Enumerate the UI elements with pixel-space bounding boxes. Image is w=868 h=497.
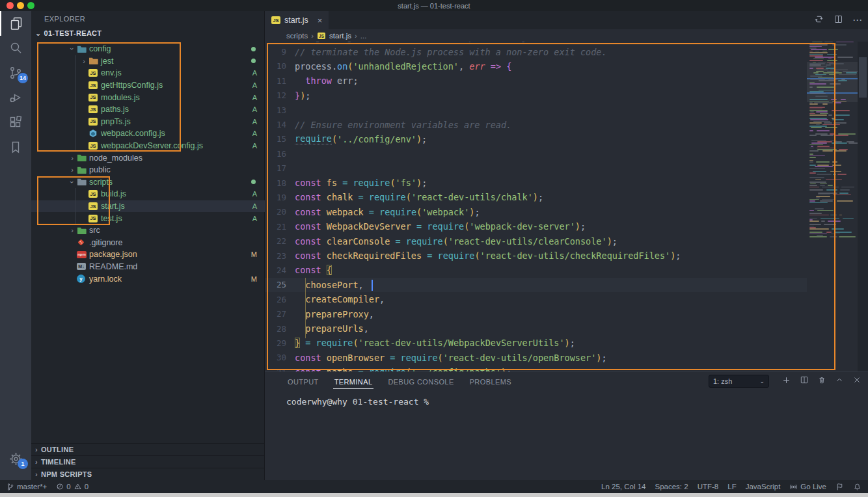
code-line-23[interactable]: 23const checkRequiredFiles = require('re… bbox=[265, 248, 807, 263]
tree-item--gitignore[interactable]: .gitignore bbox=[31, 237, 265, 249]
encoding-status[interactable]: UTF-8 bbox=[698, 483, 719, 490]
code-area[interactable]: 8// ignoring them. In the future, promis… bbox=[265, 30, 807, 371]
tab-start-js[interactable]: JS start.js × bbox=[265, 11, 329, 29]
more-actions-icon[interactable]: ⋯ bbox=[852, 14, 863, 26]
code-line-29[interactable]: 29} = require('react-dev-utils/WebpackDe… bbox=[265, 336, 807, 350]
split-terminal-icon[interactable] bbox=[800, 375, 809, 387]
chevron-right-icon[interactable]: › bbox=[68, 226, 77, 234]
tree-item-webpackdevserver-config-js[interactable]: JSwebpackDevServer.config.jsA bbox=[31, 140, 265, 152]
code-line-22[interactable]: 22const clearConsole = require('react-de… bbox=[265, 234, 807, 248]
project-section-header[interactable]: ⌄01-TEST-REACT bbox=[31, 26, 264, 40]
scrollbar-thumb[interactable] bbox=[859, 57, 867, 98]
settings-gear-icon[interactable]: 1 bbox=[0, 446, 31, 471]
tab-output[interactable]: OUTPUT bbox=[286, 374, 320, 388]
tree-item-gethttpsconfig-js[interactable]: JSgetHttpsConfig.jsA bbox=[31, 79, 265, 92]
tab-terminal[interactable]: TERMINAL bbox=[333, 374, 374, 389]
tree-item-package-json[interactable]: npmpackage.jsonM bbox=[31, 248, 265, 261]
tree-item-build-js[interactable]: JSbuild.jsA bbox=[31, 188, 265, 200]
minimap-line bbox=[810, 119, 828, 120]
tree-item-config[interactable]: ›config bbox=[31, 43, 265, 55]
indentation-status[interactable]: Spaces: 2 bbox=[655, 483, 688, 490]
chevron-right-icon[interactable]: › bbox=[68, 154, 77, 162]
explorer-icon[interactable] bbox=[0, 11, 31, 36]
close-panel-icon[interactable] bbox=[852, 375, 861, 387]
go-live-button[interactable]: Go Live bbox=[789, 483, 826, 491]
tree-item-start-js[interactable]: JSstart.jsA bbox=[31, 200, 265, 213]
git-branch-status[interactable]: master*+ bbox=[7, 483, 47, 491]
minimap[interactable] bbox=[807, 29, 858, 244]
tree-item-public[interactable]: ›public bbox=[31, 164, 265, 176]
chevron-right-icon[interactable]: › bbox=[79, 57, 88, 65]
code-line-18[interactable]: 18const fs = require('fs'); bbox=[265, 176, 807, 190]
breadcrumb-file: start.js bbox=[329, 32, 351, 40]
tree-item-env-js[interactable]: JSenv.jsA bbox=[31, 67, 265, 79]
code-line-28[interactable]: 28 prepareUrls, bbox=[265, 321, 807, 336]
language-mode-status[interactable]: JavaScript bbox=[746, 483, 781, 490]
terminal-prompt[interactable]: coderwhy@why 01-test-react % bbox=[286, 397, 429, 407]
notifications-bell-icon[interactable] bbox=[853, 483, 861, 491]
pane-outline[interactable]: ›OUTLINE bbox=[31, 443, 265, 455]
tree-item-yarn-lock[interactable]: yyarn.lockM bbox=[31, 273, 265, 285]
code-line-9[interactable]: 9// terminate the Node.js process with a… bbox=[265, 44, 807, 59]
code-line-15[interactable]: 15require('../config/env'); bbox=[265, 132, 807, 146]
tab-problems[interactable]: PROBLEMS bbox=[468, 374, 513, 388]
code-line-21[interactable]: 21const WebpackDevServer = require('webp… bbox=[265, 219, 807, 234]
tree-item-webpack-config-js[interactable]: webpack.config.jsA bbox=[31, 128, 265, 140]
open-changes-icon[interactable] bbox=[813, 14, 824, 27]
code-line-25[interactable]: 25 choosePort, bbox=[265, 278, 807, 292]
sidebar-title: EXPLORER bbox=[31, 11, 264, 26]
chevron-down-icon[interactable]: › bbox=[68, 178, 76, 187]
code-line-26[interactable]: 26 createCompiler, bbox=[265, 292, 807, 306]
tree-item-paths-js[interactable]: JSpaths.jsA bbox=[31, 103, 265, 116]
close-window-button[interactable] bbox=[7, 2, 14, 9]
cursor-position-status[interactable]: Ln 25, Col 14 bbox=[601, 483, 645, 490]
code-line-27[interactable]: 27 prepareProxy, bbox=[265, 306, 807, 321]
code-line-12[interactable]: 12}); bbox=[265, 88, 807, 103]
code-line-31[interactable]: 31const paths = require('../config/paths… bbox=[265, 365, 807, 371]
tree-item-pnpts-js[interactable]: JSpnpTs.jsA bbox=[31, 116, 265, 128]
split-editor-icon[interactable] bbox=[834, 14, 843, 27]
tree-item-node-modules[interactable]: ›node_modules bbox=[31, 152, 265, 164]
run-and-debug-icon[interactable] bbox=[0, 85, 31, 110]
chevron-down-icon[interactable]: › bbox=[68, 44, 76, 53]
kill-terminal-icon[interactable] bbox=[817, 375, 826, 387]
pane-timeline[interactable]: ›TIMELINE bbox=[31, 455, 265, 468]
code-line-14[interactable]: 14// Ensure environment variables are re… bbox=[265, 117, 807, 131]
maximize-panel-icon[interactable] bbox=[835, 375, 844, 387]
chevron-right-icon[interactable]: › bbox=[68, 166, 77, 174]
tree-item-readme-md[interactable]: M↓README.md bbox=[31, 261, 265, 273]
maximize-window-button[interactable] bbox=[27, 2, 34, 9]
minimize-window-button[interactable] bbox=[17, 2, 24, 9]
editor-scrollbar[interactable] bbox=[858, 29, 868, 371]
bookmarks-icon[interactable] bbox=[0, 135, 31, 159]
extensions-icon[interactable] bbox=[0, 110, 31, 135]
code-line-19[interactable]: 19const chalk = require('react-dev-utils… bbox=[265, 190, 807, 204]
code-line-10[interactable]: 10process.on('unhandledRejection', err =… bbox=[265, 59, 807, 74]
tree-item-test-js[interactable]: JStest.jsA bbox=[31, 212, 265, 224]
eol-status[interactable]: LF bbox=[727, 483, 736, 490]
source-control-icon[interactable]: 14 bbox=[0, 60, 31, 85]
code-line-13[interactable]: 13 bbox=[265, 103, 807, 117]
code-line-17[interactable]: 17 bbox=[265, 161, 807, 176]
minimap-line bbox=[809, 181, 826, 183]
tab-debug-console[interactable]: DEBUG CONSOLE bbox=[387, 374, 455, 388]
new-terminal-icon[interactable] bbox=[781, 375, 791, 388]
git-status-badge: A bbox=[252, 69, 257, 77]
tree-item-jest[interactable]: ›jest bbox=[31, 55, 265, 68]
problems-status[interactable]: 0 0 bbox=[56, 483, 88, 490]
tree-item-scripts[interactable]: ›scripts bbox=[31, 176, 265, 189]
code-line-20[interactable]: 20const webpack = require('webpack'); bbox=[265, 205, 807, 219]
code-line-11[interactable]: 11 throw err; bbox=[265, 74, 807, 88]
breadcrumb[interactable]: scripts › JS start.js › ... bbox=[265, 29, 868, 42]
feedback-icon[interactable] bbox=[835, 483, 844, 491]
breadcrumb-separator: › bbox=[355, 32, 357, 40]
tree-item-modules-js[interactable]: JSmodules.jsA bbox=[31, 91, 265, 103]
code-line-24[interactable]: 24const { bbox=[265, 263, 807, 277]
code-line-16[interactable]: 16 bbox=[265, 146, 807, 161]
pane-npm-scripts[interactable]: ›NPM SCRIPTS bbox=[31, 468, 265, 480]
terminal-shell-select[interactable]: 1: zsh ⌄ bbox=[709, 375, 769, 388]
close-tab-icon[interactable]: × bbox=[318, 16, 323, 25]
search-icon[interactable] bbox=[0, 36, 31, 60]
code-line-30[interactable]: 30const openBrowser = require('react-dev… bbox=[265, 351, 807, 365]
tree-item-src[interactable]: ›src bbox=[31, 224, 265, 237]
